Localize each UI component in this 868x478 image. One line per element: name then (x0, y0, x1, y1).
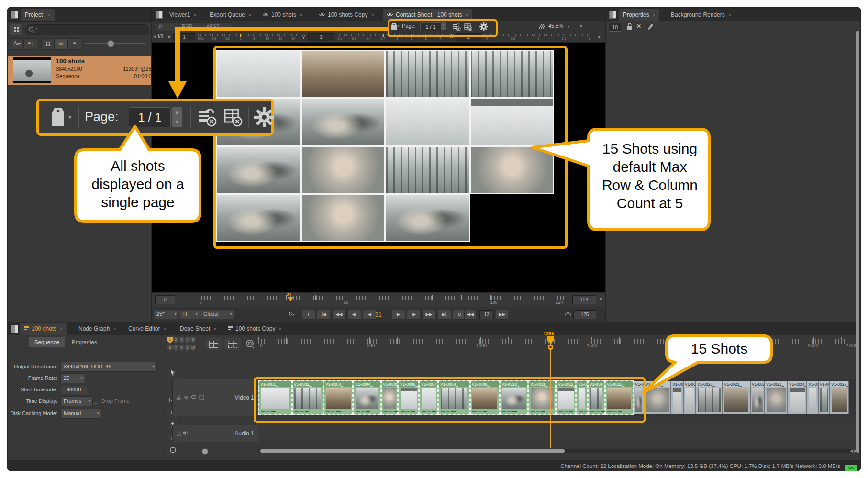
chevron-down-icon[interactable]: ▾ (398, 24, 400, 28)
timeline-clip[interactable]: V1-0001_ (258, 380, 292, 415)
transport-button[interactable]: ◀◀ (332, 310, 346, 320)
timeline-clip[interactable]: V1-0007_ (419, 380, 438, 415)
close-icon[interactable]: × (300, 12, 302, 18)
drop-frame-checkbox[interactable] (93, 398, 99, 404)
close-icon[interactable]: × (213, 326, 216, 332)
proxy-stripes-icon[interactable] (538, 23, 545, 30)
tab-curve-editor[interactable]: Curve Editor× (124, 323, 170, 335)
marker-tag[interactable]: 4 (185, 337, 190, 344)
sort-alpha-button[interactable]: Az▾ (11, 38, 24, 50)
in-frame-input[interactable]: 0 (155, 295, 175, 304)
marker-tag[interactable]: 9 (185, 345, 190, 352)
video-track-header[interactable]: 🔒︎ Video 1 (172, 379, 259, 416)
marker-tag[interactable]: 1 (167, 337, 173, 344)
time-display-dropdown[interactable]: Frames▾ (60, 396, 93, 406)
close-icon[interactable]: × (48, 12, 51, 18)
viewer-playhead[interactable]: 31 (288, 293, 293, 306)
page-spinner[interactable]: ▴▾ (441, 22, 446, 30)
timeline-zoom-knob[interactable] (202, 448, 208, 455)
contact-sheet-shot[interactable] (216, 146, 301, 194)
panel-layout-icon[interactable] (11, 325, 18, 333)
transport-button[interactable]: I (301, 310, 315, 320)
marker-tag[interactable]: 5 (190, 337, 196, 344)
timeline-clip[interactable]: V1-0014_ (588, 380, 605, 415)
out-frame-input[interactable]: 124 (572, 295, 596, 304)
fast-forward-button[interactable]: ▶▶ (496, 310, 508, 320)
contact-sheet-shot[interactable] (470, 146, 555, 194)
contact-sheet-shot[interactable] (216, 50, 301, 98)
close-icon[interactable]: × (728, 12, 731, 18)
tab-project[interactable]: Project × (21, 9, 55, 21)
pan-tool[interactable] (167, 446, 178, 456)
contact-sheet-shot[interactable] (385, 98, 470, 146)
collapse-chevrons-icon[interactable]: » (579, 24, 584, 27)
marker-tag[interactable]: 7 (173, 345, 178, 352)
gear-icon[interactable] (479, 22, 488, 31)
marker-tag[interactable]: 2 (173, 337, 178, 344)
clear-grid-icon[interactable] (464, 23, 472, 31)
vertical-scrollbar[interactable] (856, 30, 860, 454)
transport-button[interactable]: |◀ (317, 310, 331, 320)
collapse-chevrons-icon[interactable]: » (599, 298, 604, 300)
timeline-clip[interactable]: V1-0012_ (556, 380, 576, 415)
pencil-icon[interactable] (647, 23, 654, 31)
gamma-input[interactable]: 1 (308, 33, 334, 41)
timeline-clip[interactable]: V1-0003_ (323, 380, 353, 415)
timeline-playhead-line[interactable] (550, 340, 551, 448)
transport-button[interactable]: ▶ (391, 310, 405, 320)
playback-rate-value[interactable]: 12 (479, 310, 494, 319)
close-icon[interactable]: × (371, 12, 374, 18)
marker-tag[interactable]: 3 (179, 337, 184, 344)
contact-sheet-shot[interactable] (470, 98, 555, 146)
thumbnail-size-slider[interactable] (85, 43, 146, 44)
max-panels-input[interactable]: 10 (609, 23, 621, 32)
timeline-clip[interactable]: V1-0004_ (353, 380, 381, 415)
viewer-frame-ruler[interactable] (199, 295, 565, 300)
tab-properties[interactable]: Properties× (619, 9, 659, 21)
timeline-clip[interactable]: V1-0008_ (438, 380, 470, 415)
layer-dropdown[interactable]: gl (156, 22, 178, 31)
close-icon[interactable]: × (248, 12, 251, 18)
scrollbar-thumb[interactable] (856, 31, 859, 453)
timeline-clip[interactable]: V1-0021_ (723, 381, 750, 414)
marker-tag[interactable]: 8 (179, 345, 184, 352)
timecode-format-dropdown[interactable]: TF▾ (179, 309, 200, 319)
timeline-ruler[interactable] (258, 337, 860, 344)
zoom-level-value[interactable]: 45.5% (548, 23, 563, 29)
timeline-clip[interactable]: V1-0017_ (644, 381, 671, 414)
chevron-right-icon[interactable]: ▶ (168, 35, 171, 39)
close-icon[interactable]: × (466, 12, 468, 18)
fstop-ruler[interactable]: 0.010.10.313103064 (198, 34, 299, 41)
display-transform-dropdown[interactable]: sRGB (204, 22, 232, 31)
contact-sheet-shot[interactable] (385, 194, 470, 242)
timeline-clip[interactable]: V1-0024_ (788, 381, 807, 414)
tag-icon[interactable] (390, 22, 398, 31)
collapse-left-icon[interactable]: ◀ (153, 34, 156, 39)
fps-dropdown[interactable]: 25*▾ (153, 309, 179, 319)
range-dropdown[interactable]: Global▾ (200, 309, 234, 319)
bin-item-100-shots[interactable]: 100 shots 3840x2160 Sequence 11309f @25F… (8, 56, 151, 85)
timeline-clip[interactable]: V1-0026_ (818, 381, 830, 414)
track-view-button[interactable] (205, 338, 222, 350)
output-resolution-dropdown[interactable]: 3840x2160 UHD_4K▾ (60, 362, 157, 372)
timeline-clip[interactable]: V1-0013_ (576, 380, 588, 415)
timeline-clip[interactable]: V1-0011_ (528, 380, 556, 415)
close-icon[interactable]: × (113, 326, 116, 332)
subtab-sequence[interactable]: Sequence (29, 337, 65, 347)
contact-sheet-shot[interactable] (301, 98, 386, 146)
scrollbar-thumb[interactable] (260, 449, 565, 453)
bin-view-button[interactable] (10, 24, 23, 35)
contact-sheet-shot[interactable] (470, 50, 555, 98)
timeline-clip[interactable]: V1-0015_ (605, 380, 634, 415)
timeline-clip[interactable]: V1-0006_ (398, 380, 419, 415)
view-list-button[interactable]: ≡ (68, 38, 81, 50)
subtab-properties[interactable]: Properties (66, 337, 102, 347)
contact-sheet-shot[interactable] (385, 146, 470, 194)
chevron-down-icon[interactable]: ▾ (568, 24, 569, 29)
rewind-button[interactable]: ◀◀ (464, 310, 477, 320)
tab-node-graph[interactable]: Node Graph× (75, 323, 120, 335)
sync-spiral-icon[interactable]: ▾ (245, 339, 256, 349)
transport-button[interactable]: |▶ (407, 310, 421, 320)
timeline-clip[interactable]: V1-0005_ (381, 380, 398, 415)
timeline-clip[interactable]: V1-0018_ (671, 381, 683, 414)
